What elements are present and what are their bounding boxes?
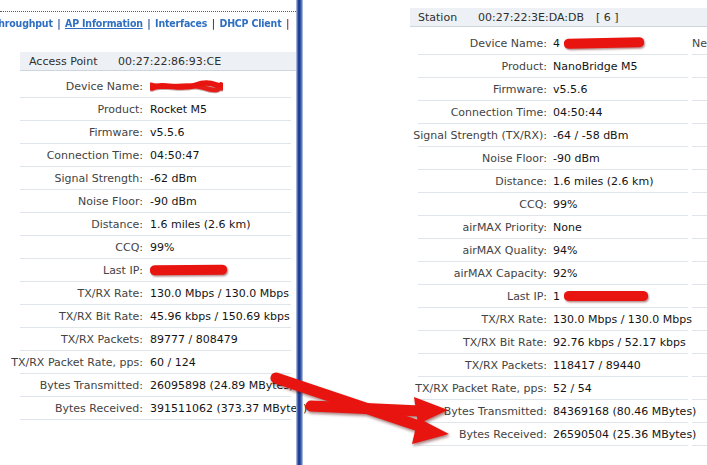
row-label: Last IP: [0, 264, 143, 277]
row-label: airMAX Quality: [350, 244, 547, 257]
row-value: -90 dBm [150, 190, 197, 213]
table-row: TX/RX Bit Rate:45.96 kbps / 150.69 kbps [0, 305, 296, 328]
table-row: Bytes Transmitted:84369168 (80.46 MBytes… [350, 400, 707, 423]
row-divider [692, 169, 707, 170]
row-divider [20, 419, 291, 420]
redaction-bar [564, 291, 648, 301]
nav-link-dhcp-client[interactable]: DHCP Client [219, 17, 281, 29]
row-label: TX/RX Packets: [350, 359, 547, 372]
row-value: 04:50:47 [150, 144, 199, 167]
nav-link-throughput[interactable]: Throughput [0, 17, 53, 29]
station-table: Device Name:4Product:NanoBridge M5Firmwa… [350, 32, 707, 446]
row-label: airMAX Priority: [350, 221, 547, 234]
table-row: airMAX Capacity:92% [350, 262, 707, 285]
row-value: 99% [150, 236, 174, 259]
row-value: 99% [553, 193, 577, 216]
row-label: Distance: [0, 218, 143, 231]
row-label: Firmware: [350, 83, 547, 96]
row-label: TX/RX Bit Rate: [350, 336, 547, 349]
row-label: TX/RX Rate: [0, 287, 143, 300]
row-value: 45.96 kbps / 150.69 kbps [150, 305, 290, 328]
row-value: 130.0 Mbps / 130.0 Mbps [553, 308, 692, 331]
table-row: Signal Strength (TX/RX):-64 / -58 dBm [350, 124, 707, 147]
row-divider [692, 330, 707, 331]
table-row: TX/RX Packet Rate, pps:60 / 124 [0, 351, 296, 374]
nav-link-interfaces[interactable]: Interfaces [155, 17, 207, 29]
station-count-badge: [ 6 ] [596, 11, 619, 24]
row-label: Connection Time: [0, 149, 143, 162]
nav-link-ap-information[interactable]: AP Information [65, 17, 143, 29]
row-label: TX/RX Bit Rate: [0, 310, 143, 323]
table-row: Bytes Received:391511062 (373.37 MBytes) [0, 397, 296, 420]
row-label: Distance: [350, 175, 547, 188]
row-value: v5.5.6 [150, 121, 185, 144]
row-value: 118417 / 89440 [553, 354, 641, 377]
row-label: Product: [0, 103, 143, 116]
table-row: Signal Strength:-62 dBm [0, 167, 296, 190]
row-value: 94% [553, 239, 577, 262]
table-row: Distance:1.6 miles (2.6 km) [0, 213, 296, 236]
row-divider [692, 353, 707, 354]
row-divider [692, 238, 707, 239]
row-value: v5.5.6 [553, 78, 588, 101]
row-value: -64 / -58 dBm [553, 124, 628, 147]
table-row: TX/RX Rate:130.0 Mbps / 130.0 Mbps [0, 282, 296, 305]
table-row: TX/RX Packets:89777 / 808479 [0, 328, 296, 351]
row-divider [692, 445, 707, 446]
table-row: Bytes Received:26590504 (25.36 MBytes) [350, 423, 707, 446]
row-value: 1.6 miles (2.6 km) [150, 213, 250, 236]
table-row: Firmware:v5.5.6 [0, 121, 296, 144]
row-value: 26095898 (24.89 MBytes) [150, 374, 293, 397]
row-label: Noise Floor: [350, 152, 547, 165]
table-row: CCQ:99% [0, 236, 296, 259]
row-divider [692, 77, 707, 78]
row-label: Last IP: [350, 290, 547, 303]
table-row: Bytes Transmitted:26095898 (24.89 MBytes… [0, 374, 296, 397]
row-value: 130.0 Mbps / 130.0 Mbps [150, 282, 289, 305]
table-row: TX/RX Packets:118417 / 89440 [350, 354, 707, 377]
screen: Throughput|AP Information|Interfaces|DHC… [0, 0, 707, 465]
row-divider [692, 54, 707, 55]
row-value: -62 dBm [150, 167, 197, 190]
row-label: TX/RX Packet Rate, pps: [0, 356, 143, 369]
redaction-scribble [150, 79, 223, 93]
row-label: CCQ: [350, 198, 547, 211]
redaction-bar [150, 265, 227, 276]
row-value: 26590504 (25.36 MBytes) [553, 423, 696, 446]
table-row: airMAX Priority:None [350, 216, 707, 239]
row-value [150, 75, 223, 98]
row-value: None [553, 216, 582, 239]
access-point-table: Device Name:Product:Rocket M5Firmware:v5… [0, 75, 296, 420]
row-value: 92.76 kbps / 52.17 kbps [553, 331, 686, 354]
station-header: Station 00:27:22:3E:DA:DB [ 6 ] [410, 8, 707, 27]
row-label: CCQ: [0, 241, 143, 254]
row-value: -90 dBm [553, 147, 600, 170]
access-point-header: Access Point 00:27:22:86:93:CE [20, 52, 296, 71]
table-row: Device Name:4 [350, 32, 707, 55]
table-row: Firmware:v5.5.6 [350, 78, 707, 101]
table-row: Noise Floor:-90 dBm [0, 190, 296, 213]
access-point-mac: 00:27:22:86:93:CE [118, 55, 221, 68]
table-row: TX/RX Packet Rate, pps:52 / 54 [350, 377, 707, 400]
row-divider [692, 284, 707, 285]
table-row: Product:NanoBridge M5 [350, 55, 707, 78]
row-value: 92% [553, 262, 577, 285]
row-divider [692, 123, 707, 124]
table-row: airMAX Quality:94% [350, 239, 707, 262]
row-label: airMAX Capacity: [350, 267, 547, 280]
row-value: Rocket M5 [150, 98, 207, 121]
row-label: Product: [350, 60, 547, 73]
station-title: Station [418, 11, 457, 24]
table-row: Connection Time:04:50:47 [0, 144, 296, 167]
table-row: Last IP:1 [350, 285, 707, 308]
table-row: Connection Time:04:50:44 [350, 101, 707, 124]
row-divider [692, 399, 707, 400]
row-label: Bytes Received: [350, 428, 547, 441]
row-value: 89777 / 808479 [150, 328, 238, 351]
row-value: 60 / 124 [150, 351, 196, 374]
row-label: TX/RX Packets: [0, 333, 143, 346]
table-row: Product:Rocket M5 [0, 98, 296, 121]
row-value: 391511062 (373.37 MBytes) [150, 397, 307, 420]
table-row: Distance:1.6 miles (2.6 km) [350, 170, 707, 193]
row-label: Connection Time: [350, 106, 547, 119]
